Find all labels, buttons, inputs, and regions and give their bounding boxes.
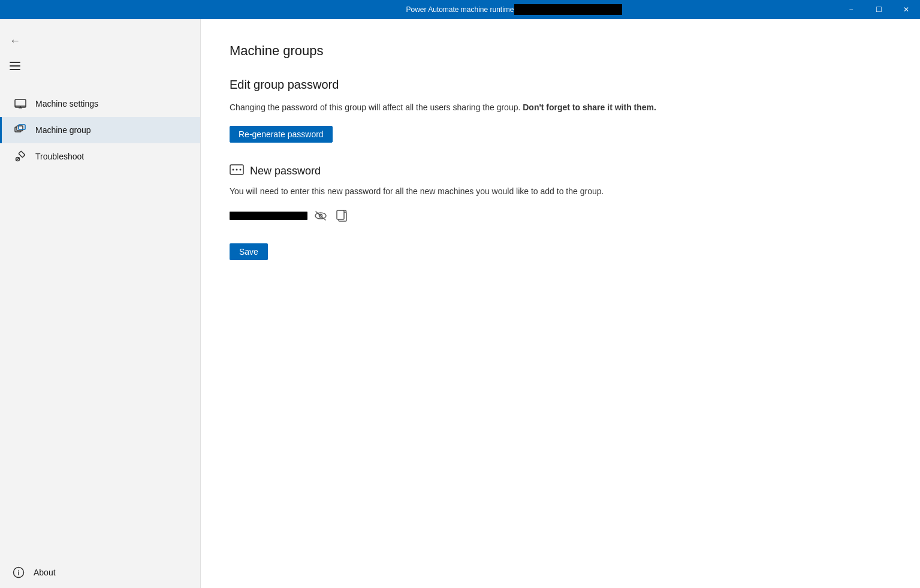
machine-settings-icon xyxy=(14,98,27,110)
window-controls: − ☐ ✕ xyxy=(837,0,920,19)
regenerate-password-button[interactable]: Re-generate password xyxy=(230,126,333,143)
svg-rect-7 xyxy=(19,151,25,158)
about-icon xyxy=(12,566,25,578)
back-button[interactable]: ← xyxy=(0,29,200,53)
svg-point-13 xyxy=(233,169,234,171)
new-password-title: New password xyxy=(250,165,321,177)
hamburger-button[interactable] xyxy=(0,56,200,76)
maximize-button[interactable]: ☐ xyxy=(865,0,892,19)
password-description: You will need to enter this new password… xyxy=(230,185,891,198)
machine-settings-label: Machine settings xyxy=(35,99,98,108)
password-value-redacted xyxy=(230,212,307,220)
sidebar-top: ← xyxy=(0,24,200,81)
close-button[interactable]: ✕ xyxy=(892,0,920,19)
minimize-icon: − xyxy=(849,5,853,14)
about-label: About xyxy=(34,568,56,577)
svg-point-15 xyxy=(240,169,242,171)
about-button[interactable]: About xyxy=(0,557,200,588)
troubleshoot-label: Troubleshoot xyxy=(35,152,84,161)
sidebar-item-troubleshoot[interactable]: Troubleshoot xyxy=(0,143,200,170)
eye-icon xyxy=(315,210,327,222)
svg-point-11 xyxy=(18,570,19,571)
title-bar-redacted xyxy=(514,4,622,15)
description-text: Changing the password of this group will… xyxy=(230,101,891,114)
new-password-section: New password You will need to enter this… xyxy=(230,164,891,260)
toggle-password-button[interactable] xyxy=(312,207,329,224)
sidebar-item-machine-group[interactable]: Machine group xyxy=(0,117,200,143)
password-section-icon xyxy=(230,164,244,178)
hamburger-icon xyxy=(10,62,20,70)
sidebar-item-machine-settings[interactable]: Machine settings xyxy=(0,91,200,117)
machine-group-label: Machine group xyxy=(35,125,91,135)
section-title: Edit group password xyxy=(230,78,891,92)
copy-icon xyxy=(336,210,347,222)
save-button[interactable]: Save xyxy=(230,243,268,260)
description-normal: Changing the password of this group will… xyxy=(230,102,523,112)
minimize-button[interactable]: − xyxy=(837,0,865,19)
app-container: ← M xyxy=(0,19,920,588)
svg-point-14 xyxy=(236,169,238,171)
svg-rect-5 xyxy=(17,126,23,131)
close-icon: ✕ xyxy=(903,5,909,14)
new-password-header: New password xyxy=(230,164,891,178)
password-field-row xyxy=(230,207,891,224)
copy-password-button[interactable] xyxy=(334,207,349,224)
back-icon: ← xyxy=(10,35,20,47)
svg-rect-20 xyxy=(337,210,344,219)
description-bold: Don't forget to share it with them. xyxy=(523,102,656,112)
sidebar-nav: Machine settings Machine group xyxy=(0,91,200,557)
app-title: Power Automate machine runtime xyxy=(406,5,514,14)
sidebar: ← M xyxy=(0,19,201,588)
machine-group-icon xyxy=(14,124,27,136)
title-bar: Power Automate machine runtime − ☐ ✕ xyxy=(0,0,920,19)
troubleshoot-icon xyxy=(14,150,27,162)
maximize-icon: ☐ xyxy=(876,5,882,14)
page-title: Machine groups xyxy=(230,43,891,59)
main-content: Machine groups Edit group password Chang… xyxy=(201,19,920,588)
